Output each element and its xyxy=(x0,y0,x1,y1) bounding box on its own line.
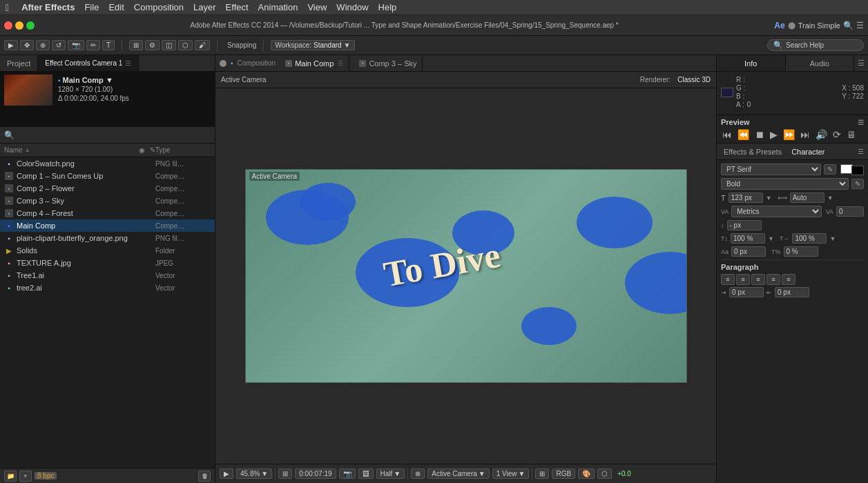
menu-icon[interactable]: ☰ xyxy=(856,21,864,30)
show-snapshot-btn[interactable]: 🖼 xyxy=(358,469,374,479)
maximize-window-btn[interactable] xyxy=(26,21,35,30)
preview-first-btn[interactable]: ⏮ xyxy=(721,129,733,140)
frame-view-btn[interactable]: ⊞ xyxy=(278,469,292,479)
baseline-input[interactable] xyxy=(727,220,762,230)
new-folder-btn[interactable]: 📁 xyxy=(4,471,17,482)
leading-dropdown[interactable]: ▼ xyxy=(827,195,833,201)
font-family-select[interactable]: PT Serif xyxy=(721,164,821,175)
v-scale-input[interactable] xyxy=(731,233,765,244)
channels-btn[interactable]: RGB xyxy=(552,469,575,479)
list-item[interactable]: ▪ TEXTURE A.jpg JPEG xyxy=(0,257,215,269)
delete-item-btn[interactable]: 🗑 xyxy=(198,471,211,482)
menu-file[interactable]: File xyxy=(84,2,99,12)
selection-tool[interactable]: ▶ xyxy=(4,40,18,50)
character-tab[interactable]: Character xyxy=(789,148,827,156)
menu-view[interactable]: View xyxy=(307,2,327,12)
search-icon[interactable]: 🔍 xyxy=(843,21,853,30)
zoom-tool[interactable]: ⊕ xyxy=(36,40,50,50)
align-left-btn[interactable]: ≡ xyxy=(721,274,735,285)
justify-btn[interactable]: ≡ xyxy=(766,274,780,285)
menu-animation[interactable]: Animation xyxy=(258,2,298,12)
new-comp-btn[interactable]: ⊞ xyxy=(129,40,143,50)
color-mgmt-btn[interactable]: 🎨 xyxy=(578,469,595,479)
list-item[interactable]: ▪ plain-clipart-butterfly_orange.png PNG… xyxy=(0,232,215,244)
camera-select[interactable]: Active Camera ▼ xyxy=(427,469,489,479)
panel-menu-icon[interactable]: ☰ xyxy=(125,59,131,67)
align-right-btn[interactable]: ≡ xyxy=(751,274,765,285)
menu-edit[interactable]: Edit xyxy=(108,2,124,12)
v-scale-dropdown[interactable]: ▼ xyxy=(768,235,774,242)
list-item[interactable]: ▪ Main Comp Compe… xyxy=(0,219,215,232)
info-panel-menu-icon[interactable]: ☰ xyxy=(854,55,868,71)
view-select[interactable]: 1 View ▼ xyxy=(492,469,530,479)
effect-controls-tab[interactable]: Effect Controls Camera 1 ☰ xyxy=(38,55,139,71)
main-comp-tab[interactable]: ▪ Main Comp ☰ xyxy=(280,55,349,71)
preview-play-btn[interactable]: ▶ xyxy=(769,129,779,140)
settings-btn[interactable]: ⚙ xyxy=(145,40,160,50)
sky-comp-tab[interactable]: ▪ Comp 3 – Sky xyxy=(354,55,423,71)
list-item[interactable]: ▪ tree2.ai Vector xyxy=(0,282,215,294)
list-item[interactable]: ▶ Solids Folder xyxy=(0,244,215,257)
menu-composition[interactable]: Composition xyxy=(134,2,184,12)
close-window-btn[interactable] xyxy=(4,21,12,30)
menu-window[interactable]: Window xyxy=(336,2,368,12)
exposure-btn[interactable]: ⊕ xyxy=(411,469,425,479)
search-help-box[interactable]: 🔍 xyxy=(767,39,864,51)
preview-stop-btn[interactable]: ⏹ xyxy=(753,129,766,140)
render-btn[interactable]: ⬡ xyxy=(597,469,612,479)
preview-audio-btn[interactable]: 🔊 xyxy=(814,129,829,140)
preview-last-btn[interactable]: ⏭ xyxy=(799,129,811,140)
project-search-bar[interactable]: 🔍 xyxy=(0,127,215,144)
h-scale-dropdown[interactable]: ▼ xyxy=(829,235,836,242)
hand-tool[interactable]: ✥ xyxy=(20,40,34,50)
h-scale-input[interactable] xyxy=(792,233,827,244)
list-item[interactable]: ▪ Comp 4 – Forest Compe… xyxy=(0,207,215,219)
right-indent-input[interactable] xyxy=(775,287,809,297)
list-item[interactable]: ▪ Tree1.ai Vector xyxy=(0,269,215,282)
new-comp-footer-btn[interactable]: + xyxy=(19,471,32,482)
type-tool[interactable]: T xyxy=(102,40,115,50)
font-style-picker-btn[interactable]: ✎ xyxy=(824,164,836,175)
grid-btn[interactable]: ⊞ xyxy=(535,469,549,479)
stroke-color-swatch[interactable] xyxy=(851,166,864,175)
preview-menu-icon[interactable]: ☰ xyxy=(858,119,864,126)
project-search-input[interactable] xyxy=(17,131,211,139)
preview-render-btn[interactable]: 🖥 xyxy=(845,129,858,140)
menu-help[interactable]: Help xyxy=(378,2,397,12)
tracking-method-select[interactable]: Metrics xyxy=(731,206,821,217)
baseline-shift-input[interactable] xyxy=(731,246,766,257)
ep-menu-icon[interactable]: ☰ xyxy=(858,148,864,155)
mask-btn[interactable]: ◫ xyxy=(162,40,176,50)
effects-tab[interactable]: Effects & Presets xyxy=(721,148,784,156)
list-item[interactable]: ▪ Comp 2 – Flower Compe… xyxy=(0,182,215,195)
quality-select[interactable]: Half ▼ xyxy=(376,469,405,479)
minimize-window-btn[interactable] xyxy=(15,21,23,30)
search-help-input[interactable] xyxy=(786,41,858,49)
font-style-picker-btn2[interactable]: ✎ xyxy=(851,179,864,189)
list-item[interactable]: ▪ Comp 1 – Sun Comes Up Compe… xyxy=(0,170,215,182)
camera-tool[interactable]: 📷 xyxy=(68,40,84,50)
preview-prev-btn[interactable]: ⏪ xyxy=(736,129,751,140)
menu-effect[interactable]: Effect xyxy=(226,2,249,12)
left-indent-input[interactable] xyxy=(729,287,764,297)
info-tab[interactable]: Info xyxy=(717,55,786,71)
shape-btn[interactable]: ⬡ xyxy=(178,40,193,50)
list-item[interactable]: ▪ Comp 3 – Sky Compe… xyxy=(0,195,215,207)
comp-tab-menu[interactable]: ☰ xyxy=(338,60,343,67)
menu-layer[interactable]: Layer xyxy=(193,2,216,12)
comp-preview-btn[interactable]: ▶ xyxy=(220,469,233,479)
audio-tab[interactable]: Audio xyxy=(786,55,855,71)
preview-loop-btn[interactable]: ⟳ xyxy=(831,129,842,140)
faux-input[interactable] xyxy=(784,246,818,257)
zoom-select[interactable]: 45.8% ▼ xyxy=(236,469,272,479)
paint-btn[interactable]: 🖌 xyxy=(195,40,210,50)
workspace-btn[interactable]: Workspace: Standard ▼ xyxy=(271,40,354,50)
viewport[interactable]: To Dive Active Camera xyxy=(215,88,716,464)
font-size-dropdown[interactable]: ▼ xyxy=(766,195,772,201)
tracking-input[interactable] xyxy=(836,206,864,217)
leading-input[interactable] xyxy=(790,193,824,203)
project-tab[interactable]: Project xyxy=(0,55,38,71)
pen-tool[interactable]: ✏ xyxy=(86,40,100,50)
comp-panel-close[interactable] xyxy=(220,60,226,67)
rotate-tool[interactable]: ↺ xyxy=(52,40,66,50)
